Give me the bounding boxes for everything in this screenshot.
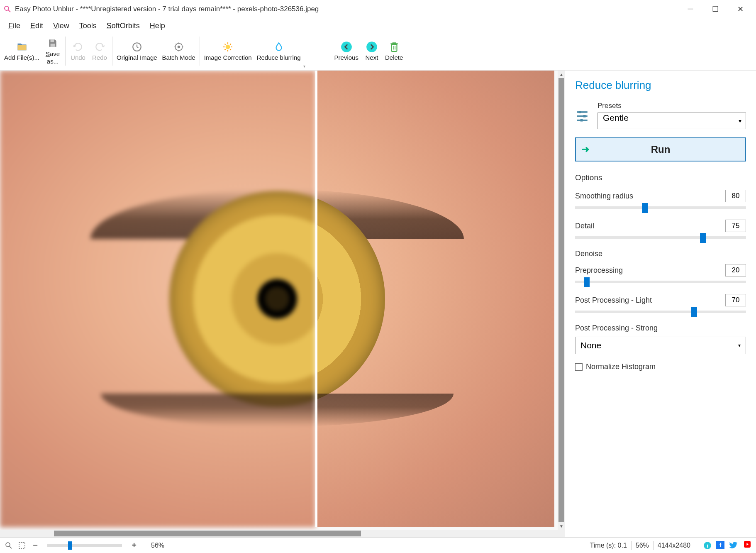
dropdown-arrow-icon[interactable]: ▾ bbox=[303, 64, 305, 69]
undo-icon bbox=[72, 41, 84, 53]
detail-slider-group: Detail 75 bbox=[575, 220, 746, 239]
svg-rect-28 bbox=[19, 543, 25, 548]
add-files-button[interactable]: Add File(s)... bbox=[2, 33, 42, 69]
smoothing-value[interactable]: 80 bbox=[725, 190, 746, 202]
trash-icon bbox=[388, 41, 400, 53]
previous-button[interactable]: Previous bbox=[332, 33, 361, 69]
svg-point-6 bbox=[177, 46, 180, 49]
menu-help[interactable]: Help bbox=[146, 20, 169, 32]
youtube-icon[interactable] bbox=[743, 541, 752, 550]
svg-point-26 bbox=[6, 543, 10, 547]
original-icon bbox=[131, 41, 143, 53]
menubar: File Edit View Tools SoftOrbits Help bbox=[0, 18, 756, 33]
detail-value[interactable]: 75 bbox=[725, 220, 746, 232]
hscroll-thumb[interactable] bbox=[54, 531, 361, 536]
info-icon[interactable]: i bbox=[703, 541, 712, 550]
sun-icon bbox=[222, 41, 234, 53]
arrow-right-icon bbox=[366, 41, 378, 53]
svg-line-12 bbox=[225, 44, 226, 44]
run-arrow-icon: ➜ bbox=[582, 144, 589, 155]
canvas-area: ▲ ▼ bbox=[0, 71, 565, 537]
menu-view[interactable]: View bbox=[49, 20, 73, 32]
menu-softorbits[interactable]: SoftOrbits bbox=[102, 20, 144, 32]
facebook-icon[interactable]: f bbox=[716, 541, 725, 550]
menu-tools[interactable]: Tools bbox=[75, 20, 101, 32]
zoom-slider[interactable] bbox=[47, 544, 122, 547]
image-correction-button[interactable]: Image Correction bbox=[202, 33, 254, 69]
window-title: Easy Photo Unblur - ****Unregistered ver… bbox=[15, 5, 678, 13]
zoom-percent-2: 56% bbox=[636, 542, 649, 549]
svg-line-15 bbox=[230, 44, 231, 44]
run-button[interactable]: ➜ Run bbox=[575, 137, 746, 161]
delete-button[interactable]: Delete bbox=[383, 33, 405, 69]
app-icon bbox=[3, 5, 12, 13]
preset-select[interactable]: Gentle bbox=[597, 113, 746, 129]
window-controls: ─ ☐ ✕ bbox=[678, 1, 753, 17]
droplet-icon bbox=[273, 41, 285, 53]
svg-line-14 bbox=[225, 49, 226, 50]
detail-slider[interactable] bbox=[575, 236, 746, 239]
options-label: Options bbox=[575, 173, 746, 182]
zoom-actual-icon[interactable] bbox=[4, 541, 13, 550]
toolbar: Add File(s)... Saveas... Undo Redo Origi… bbox=[0, 33, 756, 71]
smoothing-slider[interactable] bbox=[575, 206, 746, 209]
svg-rect-2 bbox=[51, 39, 54, 42]
smoothing-slider-group: Smoothing radius 80 bbox=[575, 190, 746, 209]
menu-edit[interactable]: Edit bbox=[26, 20, 47, 32]
svg-rect-3 bbox=[51, 44, 55, 47]
menu-file[interactable]: File bbox=[4, 20, 24, 32]
svg-point-0 bbox=[5, 6, 9, 10]
dimensions-label: 4144x2480 bbox=[658, 542, 690, 549]
save-as-button[interactable]: Saveas... bbox=[42, 33, 63, 69]
next-button[interactable]: Next bbox=[361, 33, 383, 69]
svg-point-7 bbox=[226, 45, 230, 49]
denoise-label: Denoise bbox=[575, 250, 746, 258]
postlight-slider[interactable] bbox=[575, 311, 746, 313]
normalize-checkbox[interactable] bbox=[575, 363, 583, 371]
horizontal-scrollbar[interactable] bbox=[0, 530, 565, 537]
redo-button[interactable]: Redo bbox=[89, 33, 110, 69]
batch-mode-button[interactable]: Batch Mode bbox=[160, 33, 198, 69]
preprocessing-value[interactable]: 20 bbox=[725, 264, 746, 276]
undo-button[interactable]: Undo bbox=[67, 33, 89, 69]
zoom-percent: 56% bbox=[151, 542, 164, 549]
poststrong-select[interactable]: None▾ bbox=[575, 337, 746, 354]
minimize-button[interactable]: ─ bbox=[678, 1, 703, 17]
scroll-down-icon[interactable]: ▼ bbox=[558, 522, 565, 530]
svg-rect-25 bbox=[580, 119, 583, 122]
maximize-button[interactable]: ☐ bbox=[703, 1, 728, 17]
presets-label: Presets bbox=[597, 102, 746, 110]
svg-text:i: i bbox=[707, 543, 708, 549]
svg-text:f: f bbox=[719, 542, 722, 548]
reduce-blurring-button[interactable]: Reduce blurring bbox=[254, 33, 303, 69]
image-canvas[interactable] bbox=[0, 71, 558, 530]
scroll-up-icon[interactable]: ▲ bbox=[558, 71, 565, 78]
comparison-divider[interactable] bbox=[315, 71, 317, 527]
postlight-value[interactable]: 70 bbox=[725, 294, 746, 306]
folder-icon bbox=[16, 41, 28, 53]
vertical-scrollbar[interactable]: ▲ ▼ bbox=[558, 71, 565, 530]
twitter-icon[interactable] bbox=[729, 541, 739, 550]
zoom-in-icon[interactable]: + bbox=[129, 541, 139, 550]
postlight-label: Post Processing - Light bbox=[575, 296, 652, 305]
batch-icon bbox=[173, 41, 185, 53]
svg-rect-24 bbox=[583, 115, 586, 117]
vscroll-thumb[interactable] bbox=[558, 78, 564, 522]
svg-point-16 bbox=[341, 42, 352, 52]
normalize-row: Normalize Histogram bbox=[575, 362, 746, 371]
preprocessing-label: Preprocessing bbox=[575, 266, 623, 275]
detail-label: Detail bbox=[575, 222, 594, 230]
statusbar: − + 56% Time (s): 0.1 56% 4144x2480 i f bbox=[0, 537, 756, 553]
preprocessing-slider[interactable] bbox=[575, 281, 746, 283]
save-icon bbox=[46, 37, 59, 49]
poststrong-group: Post Processing - Strong None▾ bbox=[575, 324, 746, 354]
redo-icon bbox=[93, 41, 106, 53]
normalize-label: Normalize Histogram bbox=[586, 362, 656, 371]
original-image-button[interactable]: Original Image bbox=[114, 33, 160, 69]
sliders-icon bbox=[575, 108, 590, 123]
close-button[interactable]: ✕ bbox=[728, 1, 753, 17]
zoom-out-icon[interactable]: − bbox=[31, 541, 40, 550]
zoom-fit-icon[interactable] bbox=[17, 541, 27, 550]
svg-line-1 bbox=[8, 10, 10, 12]
poststrong-label: Post Processing - Strong bbox=[575, 324, 746, 333]
